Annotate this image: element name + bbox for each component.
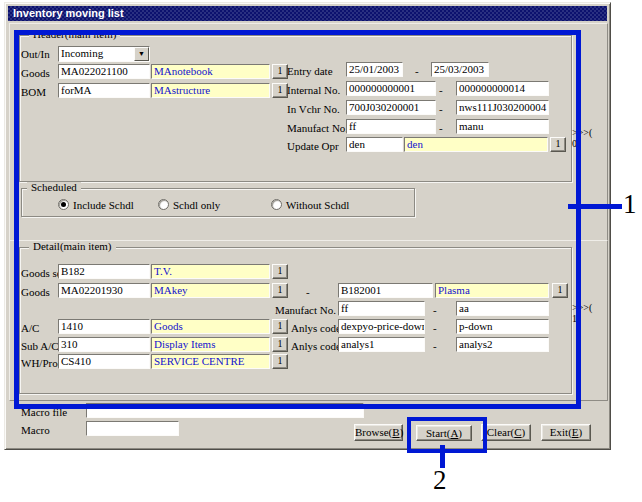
annotation-box-2 (407, 417, 487, 453)
window-title: Inventory moving list (8, 7, 124, 19)
annotation-label-1: 1 (623, 190, 637, 218)
annotation-box-1 (14, 30, 581, 409)
browse-button[interactable]: Browse(B) (354, 424, 403, 441)
annotation-label-2: 2 (433, 466, 447, 494)
exit-button[interactable]: Exit(E) (541, 424, 591, 441)
annotation-line-1 (568, 204, 622, 209)
clear-button[interactable]: Clear(C) (481, 424, 531, 441)
macro-label: Macro (21, 424, 50, 437)
title-bar: Inventory moving list (8, 6, 607, 21)
macro-input[interactable] (86, 421, 179, 436)
